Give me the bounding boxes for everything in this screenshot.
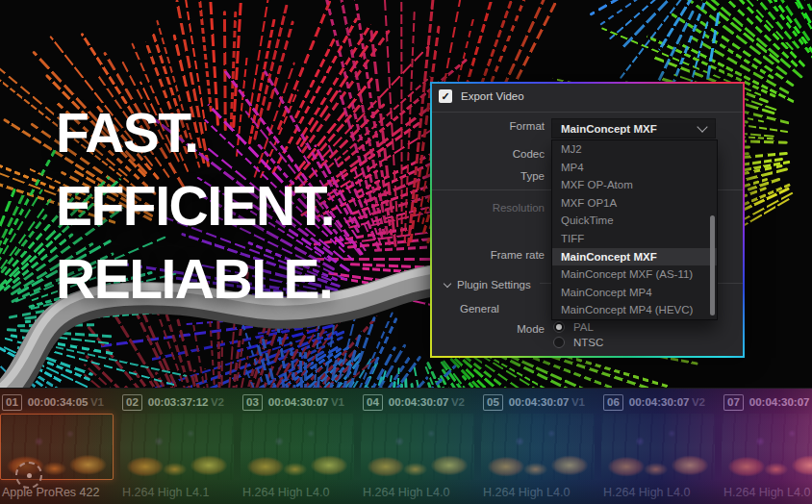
- chevron-down-icon: [697, 121, 707, 132]
- timeline-clip[interactable]: 04 00:04:30:07 V2 H.264 High L4.0: [361, 389, 474, 504]
- clip-track-label: V2: [451, 396, 465, 408]
- clip-thumbnail[interactable]: [722, 414, 812, 480]
- capture-reticle-icon: [15, 462, 42, 489]
- export-video-checkbox[interactable]: ✓: [439, 89, 452, 103]
- radio-ntsc[interactable]: [553, 337, 565, 348]
- clip-track-label: V2: [211, 396, 224, 408]
- clip-number-badge: 06: [603, 394, 623, 411]
- clip-thumbnail[interactable]: [361, 414, 474, 480]
- dropdown-option[interactable]: MainConcept MP4: [552, 284, 717, 302]
- clip-codec-label: H.264 High L4.1: [122, 486, 234, 499]
- clip-thumbnail[interactable]: [481, 414, 595, 480]
- pal-label: PAL: [573, 321, 594, 333]
- format-dropdown-value: MainConcept MXF: [561, 123, 657, 135]
- stage: FAST. EFFICIENT. RELIABLE. ✓ Export Vide…: [0, 0, 812, 504]
- clip-timecode: 00:04:30:07: [268, 396, 329, 408]
- timeline-clip[interactable]: 07 00:04:30:07 H.264 High L4.0: [722, 389, 812, 504]
- dropdown-option[interactable]: MXF OP1A: [552, 194, 717, 213]
- clip-codec-label: Apple ProRes 422: [2, 486, 114, 499]
- dropdown-option[interactable]: MXF OP-Atom: [552, 176, 717, 194]
- dropdown-option-selected[interactable]: MainConcept MXF: [552, 248, 717, 266]
- dropdown-option[interactable]: TIFF: [552, 230, 717, 248]
- format-dropdown[interactable]: MainConcept MXF: [551, 118, 716, 139]
- clip-number-badge: 02: [122, 394, 142, 411]
- ray-decoration: [17, 323, 95, 327]
- frame-rate-label: Frame rate: [432, 249, 545, 261]
- clip-thumbnail[interactable]: [120, 414, 234, 480]
- mode-label: Mode: [432, 323, 545, 335]
- clip-timecode: 00:03:37:12: [148, 396, 209, 408]
- clip-timecode: 00:04:30:07: [509, 396, 570, 408]
- resolution-label: Resolution: [432, 202, 545, 214]
- dropdown-option[interactable]: MJ2: [552, 140, 717, 159]
- headline-line: EFFICIENT.: [56, 169, 334, 242]
- clip-number-badge: 03: [242, 394, 263, 411]
- clip-number-badge: 01: [2, 394, 22, 411]
- timeline-clip[interactable]: 06 00:04:30:07 V2 H.264 High L4.0: [601, 389, 715, 504]
- dropdown-option[interactable]: MainConcept MP4 (HEVC): [552, 301, 717, 319]
- dropdown-option[interactable]: QuickTime: [552, 212, 717, 230]
- clip-codec-label: H.264 High L4.0: [483, 486, 595, 499]
- plugin-settings-toggle[interactable]: Plugin Settings: [444, 279, 531, 290]
- clip-track-label: V1: [571, 396, 585, 408]
- clip-timecode: 00:00:34:05: [28, 396, 89, 408]
- timeline-clip[interactable]: 02 00:03:37:12 V2 H.264 High L4.1: [120, 389, 234, 504]
- timeline-strip: 01 00:00:34:05 V1 Apple ProRes 422 02 00…: [0, 388, 812, 504]
- headline-line: FAST.: [56, 96, 334, 169]
- timeline-clip[interactable]: 05 00:04:30:07 V1 H.264 High L4.0: [481, 389, 595, 504]
- clip-track-label: V1: [90, 396, 104, 408]
- clip-thumbnail[interactable]: [601, 414, 715, 480]
- export-video-label: Export Video: [461, 90, 524, 102]
- clip-timecode: 00:04:30:07: [749, 396, 810, 408]
- export-dialog: ✓ Export Video Format MainConcept MXF Co…: [430, 82, 745, 358]
- clip-timecode: 00:04:30:07: [629, 396, 690, 408]
- format-dropdown-list: MJ2 MP4 MXF OP-Atom MXF OP1A QuickTime T…: [551, 139, 718, 320]
- clip-thumbnail[interactable]: [241, 414, 354, 480]
- clip-number-badge: 05: [483, 394, 503, 411]
- clip-codec-label: H.264 High L4.0: [363, 486, 474, 499]
- divider: [432, 112, 743, 113]
- headline: FAST. EFFICIENT. RELIABLE.: [56, 96, 334, 315]
- clip-codec-label: H.264 High L4.0: [723, 486, 812, 499]
- general-label: General: [460, 303, 499, 315]
- clip-codec-label: H.264 High L4.0: [242, 486, 354, 499]
- clip-number-badge: 04: [363, 394, 383, 411]
- format-label: Format: [432, 120, 545, 132]
- headline-line: RELIABLE.: [56, 242, 334, 315]
- dropdown-scrollbar[interactable]: [710, 215, 715, 315]
- radio-pal[interactable]: [553, 321, 565, 333]
- export-dialog-panel: ✓ Export Video Format MainConcept MXF Co…: [432, 84, 743, 356]
- codec-label: Codec: [432, 148, 545, 160]
- timeline-clip[interactable]: 01 00:00:34:05 V1 Apple ProRes 422: [0, 389, 114, 504]
- ntsc-label: NTSC: [573, 337, 603, 348]
- type-label: Type: [432, 170, 545, 182]
- clip-track-label: V2: [692, 396, 705, 408]
- clip-timecode: 00:04:30:07: [389, 396, 449, 408]
- dropdown-option[interactable]: MainConcept MXF (AS-11): [552, 265, 717, 284]
- clip-track-label: V1: [331, 396, 344, 408]
- chevron-down-icon: [444, 280, 451, 288]
- plugin-settings-label: Plugin Settings: [457, 279, 531, 290]
- clip-number-badge: 07: [723, 394, 744, 411]
- ray-decoration: [400, 0, 403, 237]
- dropdown-option[interactable]: MP4: [552, 159, 717, 177]
- timeline-clip[interactable]: 03 00:04:30:07 V1 H.264 High L4.0: [241, 389, 354, 504]
- clip-codec-label: H.264 High L4.0: [603, 486, 715, 499]
